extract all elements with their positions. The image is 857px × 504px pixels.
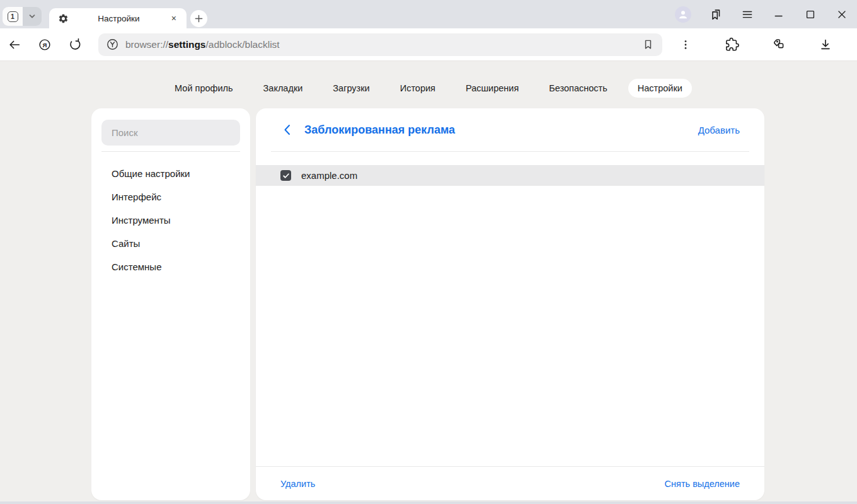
tab-title: Настройки bbox=[69, 14, 169, 23]
header-divider bbox=[271, 151, 749, 152]
new-tab-button[interactable] bbox=[190, 10, 207, 27]
blacklist-row[interactable]: example.com bbox=[256, 165, 764, 186]
nav-bookmarks[interactable]: Закладки bbox=[254, 79, 313, 98]
gear-icon bbox=[58, 13, 69, 24]
sidebar-item-sites[interactable]: Сайты bbox=[91, 232, 250, 255]
delete-button[interactable]: Удалить bbox=[280, 479, 315, 489]
close-window-button[interactable] bbox=[835, 8, 849, 21]
tab-counter-group: 1 bbox=[3, 7, 42, 26]
window-frame-edge bbox=[0, 501, 857, 504]
url-text[interactable]: browser://settings/adblock/blacklist bbox=[125, 39, 641, 50]
settings-page: Мой профиль Закладки Загрузки История Ра… bbox=[0, 61, 857, 504]
bookmark-icon[interactable] bbox=[641, 38, 655, 51]
yandex-services-icon[interactable] bbox=[772, 38, 786, 52]
sidebar-divider bbox=[101, 151, 240, 152]
tab-count: 1 bbox=[8, 11, 18, 22]
row-checkbox-checked[interactable] bbox=[280, 170, 291, 181]
extensions-icon[interactable] bbox=[725, 38, 739, 52]
toolbar-kebab-menu-icon[interactable] bbox=[679, 38, 693, 52]
chevron-down-icon bbox=[27, 11, 37, 21]
site-badge-icon[interactable] bbox=[106, 38, 119, 51]
svg-text:Я: Я bbox=[43, 41, 47, 48]
profile-avatar[interactable] bbox=[675, 6, 691, 23]
menu-icon[interactable] bbox=[740, 8, 754, 21]
reload-icon[interactable] bbox=[68, 38, 82, 52]
tab-list-dropdown-button[interactable] bbox=[23, 7, 42, 26]
page-title: Заблокированная реклама bbox=[304, 123, 455, 137]
downloads-icon[interactable] bbox=[819, 38, 832, 52]
sidebar-item-tools[interactable]: Инструменты bbox=[91, 209, 250, 232]
selection-action-bar: Удалить Снять выделение bbox=[256, 466, 764, 500]
sidebar-item-system[interactable]: Системные bbox=[91, 255, 250, 278]
search-input[interactable] bbox=[101, 120, 240, 146]
browser-tab-settings[interactable]: Настройки × bbox=[49, 8, 187, 28]
maximize-button[interactable] bbox=[803, 8, 817, 21]
settings-nav: Мой профиль Закладки Загрузки История Ра… bbox=[0, 79, 857, 98]
blocked-ads-panel: Заблокированная реклама Добавить example… bbox=[256, 108, 764, 500]
address-bar[interactable]: browser://settings/adblock/blacklist bbox=[98, 33, 662, 56]
yandex-home-button[interactable]: Я bbox=[38, 38, 52, 52]
sidebar-item-general[interactable]: Общие настройки bbox=[91, 162, 250, 185]
sidebar-item-interface[interactable]: Интерфейс bbox=[91, 185, 250, 209]
plus-icon bbox=[194, 14, 204, 23]
domain-label: example.com bbox=[301, 170, 357, 181]
titlebar: 1 Настройки × bbox=[0, 0, 857, 28]
nav-extensions[interactable]: Расширения bbox=[456, 79, 528, 98]
settings-sidebar: Общие настройки Интерфейс Инструменты Са… bbox=[91, 108, 250, 500]
nav-history[interactable]: История bbox=[391, 79, 445, 98]
add-button[interactable]: Добавить bbox=[698, 125, 740, 135]
tab-counter-button[interactable]: 1 bbox=[3, 7, 23, 26]
back-chevron-button[interactable] bbox=[284, 124, 290, 135]
browser-toolbar: Я browser://settings/adblock/blacklist bbox=[0, 28, 857, 61]
nav-settings[interactable]: Настройки bbox=[628, 79, 692, 98]
nav-my-profile[interactable]: Мой профиль bbox=[165, 79, 242, 98]
nav-security[interactable]: Безопасность bbox=[539, 79, 617, 98]
nav-downloads[interactable]: Загрузки bbox=[323, 79, 379, 98]
back-button[interactable] bbox=[8, 38, 21, 52]
minimize-button[interactable] bbox=[772, 8, 786, 21]
tab-close-button[interactable]: × bbox=[169, 13, 179, 24]
deselect-button[interactable]: Снять выделение bbox=[665, 479, 740, 489]
bookmarks-panel-icon[interactable] bbox=[709, 8, 723, 21]
